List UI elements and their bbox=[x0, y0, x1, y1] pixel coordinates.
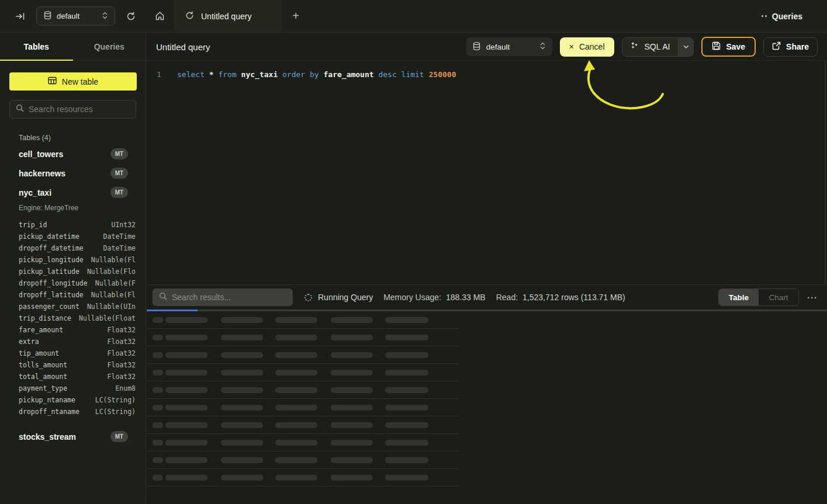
queries-icon bbox=[762, 15, 767, 17]
sql-ai-main[interactable]: SQL AI bbox=[622, 38, 679, 56]
skeleton-cell bbox=[331, 440, 373, 446]
sql-ai-button[interactable]: SQL AI bbox=[622, 37, 694, 57]
database-selector[interactable]: default bbox=[36, 6, 115, 26]
skeleton-cell bbox=[331, 352, 373, 358]
skeleton-cell bbox=[221, 370, 263, 376]
sparkle-icon bbox=[631, 41, 639, 52]
queries-link[interactable]: Queries bbox=[762, 12, 802, 21]
sidebar-tab-tables[interactable]: Tables bbox=[0, 33, 73, 60]
sql-token: order bbox=[282, 70, 305, 79]
memory-usage-stat: Memory Usage: 188.33 MB bbox=[383, 293, 486, 302]
skeleton-cell bbox=[221, 352, 263, 358]
skeleton-cell bbox=[221, 335, 263, 340]
results-loading-skeleton bbox=[147, 311, 827, 486]
new-table-label: New table bbox=[62, 77, 98, 86]
more-options-icon[interactable]: ··· bbox=[806, 293, 819, 303]
skeleton-cell bbox=[385, 422, 428, 428]
column-type: LC(String) bbox=[95, 408, 136, 416]
skeleton-cell bbox=[153, 475, 163, 481]
skeleton-row bbox=[147, 329, 458, 346]
column-name: tolls_amount bbox=[19, 361, 67, 369]
column-name: trip_distance bbox=[19, 314, 71, 322]
query-database-selector[interactable]: default bbox=[466, 37, 552, 56]
column-row: dropoff_longitudeNullable(F bbox=[0, 277, 146, 289]
sql-editor[interactable]: 1select * from nyc_taxi order by fare_am… bbox=[147, 61, 827, 284]
column-row: pickup_ntanameLC(String) bbox=[0, 394, 146, 406]
skeleton-cell bbox=[165, 335, 207, 340]
query-title: Untitled query bbox=[156, 42, 210, 52]
table-icon bbox=[48, 77, 57, 86]
topbar: default Untitled query bbox=[0, 0, 827, 33]
skeleton-row bbox=[147, 381, 458, 399]
database-icon bbox=[44, 11, 51, 21]
table-row-cell_towers[interactable]: cell_towersMT bbox=[0, 144, 146, 164]
skeleton-cell bbox=[385, 475, 428, 481]
column-type: Enum8 bbox=[115, 384, 136, 392]
table-row-stocks_stream[interactable]: stocks_streamMT bbox=[0, 427, 146, 446]
table-row-nyc_taxi[interactable]: nyc_taxiMT bbox=[0, 183, 146, 202]
skeleton-cell bbox=[153, 405, 163, 411]
column-name: dropoff_ntaname bbox=[19, 408, 79, 416]
refresh-icon[interactable] bbox=[123, 9, 139, 24]
skeleton-cell bbox=[385, 352, 428, 358]
column-name: payment_type bbox=[19, 384, 67, 392]
new-tab-button[interactable]: + bbox=[282, 0, 310, 32]
column-name: trip_id bbox=[19, 221, 47, 229]
skeleton-cell bbox=[275, 475, 317, 481]
column-type: Float32 bbox=[108, 361, 136, 369]
skeleton-row bbox=[147, 469, 458, 486]
collapse-sidebar-icon[interactable] bbox=[13, 9, 28, 24]
column-name: dropoff_latitude bbox=[19, 291, 84, 299]
skeleton-cell bbox=[221, 457, 263, 463]
column-type: UInt32 bbox=[111, 221, 136, 229]
save-button[interactable]: Save bbox=[701, 37, 756, 57]
column-name: dropoff_longitude bbox=[19, 279, 88, 287]
skeleton-cell bbox=[221, 405, 263, 411]
column-type: Float32 bbox=[108, 326, 136, 334]
table-name: stocks_stream bbox=[19, 432, 76, 442]
column-row: pickup_longitudeNullable(Fl bbox=[0, 254, 146, 266]
sql-token: * bbox=[209, 70, 214, 79]
sidebar-tab-queries[interactable]: Queries bbox=[73, 33, 146, 60]
search-results[interactable] bbox=[153, 289, 293, 306]
skeleton-cell bbox=[165, 352, 207, 358]
skeleton-row bbox=[147, 451, 458, 469]
column-row: tolls_amountFloat32 bbox=[0, 359, 146, 371]
table-row-hackernews[interactable]: hackernewsMT bbox=[0, 164, 146, 183]
save-label: Save bbox=[726, 42, 745, 51]
results-toolbar-right: Table Chart ··· bbox=[718, 289, 819, 306]
skeleton-cell bbox=[331, 370, 373, 376]
sql-token: desc bbox=[378, 70, 396, 79]
skeleton-cell bbox=[153, 440, 163, 446]
cancel-button[interactable]: × Cancel bbox=[560, 37, 614, 57]
search-results-input[interactable] bbox=[172, 293, 286, 302]
home-button[interactable] bbox=[146, 0, 174, 32]
skeleton-cell bbox=[275, 440, 317, 446]
view-toggle-table[interactable]: Table bbox=[719, 289, 759, 305]
skeleton-cell bbox=[385, 370, 428, 376]
memory-usage-label: Memory Usage: bbox=[383, 293, 441, 302]
column-row: trip_distanceNullable(Float bbox=[0, 312, 146, 324]
view-toggle-chart[interactable]: Chart bbox=[759, 289, 798, 305]
tab-untitled-query[interactable]: Untitled query bbox=[174, 0, 282, 32]
skeleton-cell bbox=[275, 422, 317, 428]
skeleton-cell bbox=[165, 422, 207, 428]
column-row: dropoff_latitudeNullable(Fl bbox=[0, 289, 146, 301]
skeleton-cell bbox=[153, 387, 163, 393]
share-label: Share bbox=[786, 42, 809, 51]
tables-count-label: Tables (4) bbox=[19, 134, 146, 142]
skeleton-cell bbox=[153, 335, 163, 340]
editor-scrollbar[interactable] bbox=[825, 61, 826, 284]
search-resources[interactable] bbox=[9, 100, 136, 119]
new-table-button[interactable]: New table bbox=[9, 72, 137, 91]
search-resources-input[interactable] bbox=[29, 105, 134, 114]
share-button[interactable]: Share bbox=[763, 37, 818, 57]
topbar-left: default bbox=[0, 0, 146, 32]
skeleton-cell bbox=[153, 352, 163, 358]
search-icon bbox=[159, 292, 167, 303]
memory-usage-value: 188.33 MB bbox=[446, 293, 486, 302]
sql-ai-dropdown-button[interactable] bbox=[678, 38, 693, 56]
topbar-right: Queries bbox=[310, 0, 827, 32]
skeleton-cell bbox=[221, 387, 263, 393]
sql-code-line: select * from nyc_taxi order by fare_amo… bbox=[177, 70, 456, 79]
